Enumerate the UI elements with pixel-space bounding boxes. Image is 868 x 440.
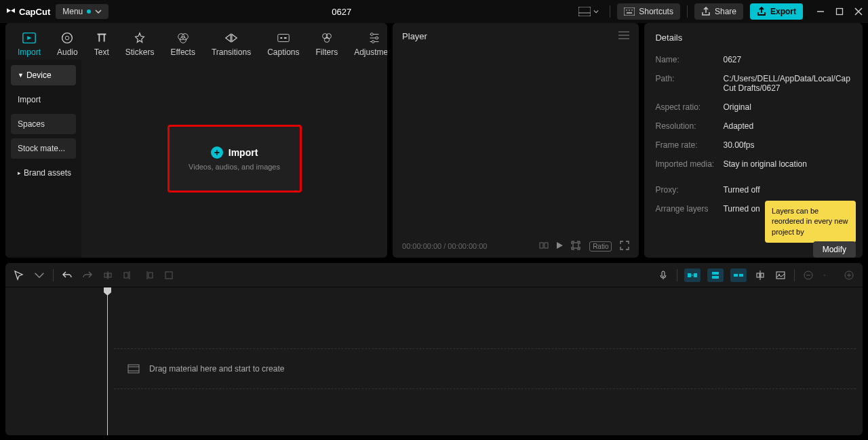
film-icon: [127, 364, 140, 374]
share-icon: [701, 7, 711, 16]
split-button[interactable]: [101, 268, 115, 282]
svg-rect-31: [545, 243, 548, 248]
preview-axis-button[interactable]: [753, 268, 767, 282]
empty-track[interactable]: Drag material here and start to create: [114, 348, 856, 389]
titlebar-right: Shortcuts Share Export: [574, 3, 863, 20]
svg-rect-61: [128, 365, 139, 373]
tab-captions[interactable]: Captions: [262, 28, 304, 60]
scale-button[interactable]: [570, 240, 581, 252]
cover-button[interactable]: [774, 268, 787, 282]
play-button[interactable]: [555, 241, 564, 251]
tab-filters[interactable]: Filters: [311, 28, 344, 60]
tab-transitions[interactable]: Transitions: [206, 28, 256, 60]
tab-label: Import: [18, 47, 41, 57]
divider: [794, 269, 795, 281]
menu-button[interactable]: Menu: [56, 4, 108, 19]
fullscreen-button[interactable]: [620, 241, 629, 252]
keyboard-icon: [624, 7, 635, 16]
magnet-track-button[interactable]: [707, 268, 724, 282]
svg-point-3: [626, 9, 627, 11]
tab-label: Adjustment: [354, 47, 387, 57]
pointer-dropdown[interactable]: [33, 268, 46, 282]
media-body: ▼Device Import Spaces Stock mate... ▸Bra…: [5, 60, 387, 258]
tab-label: Text: [94, 47, 109, 57]
delete-right-button[interactable]: [142, 268, 155, 282]
player-right-icons: Ratio: [570, 240, 629, 252]
svg-rect-48: [739, 274, 743, 277]
tab-label: Filters: [316, 47, 338, 57]
media-sidebar: ▼Device Import Spaces Stock mate... ▸Bra…: [5, 60, 81, 258]
adjustment-icon: [367, 31, 382, 45]
svg-point-26: [372, 41, 375, 43]
detail-row-imported: Imported media:Stay in original location: [655, 159, 852, 169]
svg-point-57: [824, 274, 826, 276]
minimize-button[interactable]: [816, 7, 825, 16]
timeline-panel: Drag material here and start to create: [5, 263, 863, 435]
audio-icon: [60, 31, 75, 45]
svg-rect-51: [761, 273, 764, 277]
tab-label: Captions: [267, 47, 299, 57]
divider: [53, 269, 54, 281]
details-panel: Details Name:0627 Path:C:/Users/DELL/App…: [644, 23, 863, 258]
tab-audio[interactable]: Audio: [52, 28, 83, 60]
pointer-tool[interactable]: [12, 268, 26, 282]
workspace: Import Audio Text Stickers Effects Trans…: [0, 23, 868, 258]
tab-text[interactable]: Text: [89, 28, 115, 60]
magnet-main-button[interactable]: [684, 268, 701, 282]
sidebar-item-device[interactable]: ▼Device: [11, 65, 76, 85]
close-button[interactable]: [854, 7, 863, 16]
detail-row-framerate: Frame rate:30.00fps: [655, 140, 852, 150]
window-controls: [816, 7, 863, 16]
filters-icon: [319, 31, 334, 45]
drag-hint: Drag material here and start to create: [114, 364, 856, 374]
export-icon: [757, 7, 766, 16]
player-title: Player: [402, 31, 427, 41]
redo-button[interactable]: [81, 268, 94, 282]
tab-label: Audio: [57, 47, 78, 57]
crop-button[interactable]: [162, 268, 176, 282]
drag-hint-text: Drag material here and start to create: [149, 364, 284, 374]
export-button[interactable]: Export: [750, 3, 803, 20]
shortcuts-button[interactable]: Shortcuts: [617, 3, 680, 20]
chevron-down-icon: [593, 9, 599, 14]
zoom-out-button[interactable]: [802, 268, 815, 282]
toolbar-left: [12, 268, 176, 282]
import-dropzone[interactable]: + Import Videos, audios, and images: [167, 125, 302, 193]
capcut-icon: [5, 6, 16, 17]
sidebar-item-spaces[interactable]: Spaces: [11, 114, 76, 134]
player-panel: Player 00:00:00:00 / 00:00:00:00 Ratio: [393, 23, 639, 258]
svg-rect-46: [712, 276, 719, 279]
delete-left-button[interactable]: [121, 268, 135, 282]
maximize-button[interactable]: [835, 7, 844, 16]
tab-label: Stickers: [125, 47, 155, 57]
ratio-button[interactable]: Ratio: [589, 241, 612, 252]
share-button[interactable]: Share: [694, 3, 743, 20]
sidebar-item-import[interactable]: Import: [11, 89, 76, 110]
linkage-button[interactable]: [730, 268, 747, 282]
tab-effects[interactable]: Effects: [165, 28, 200, 60]
svg-point-4: [629, 9, 630, 11]
zoom-in-button[interactable]: [842, 268, 856, 282]
import-icon: [22, 31, 37, 45]
svg-rect-43: [694, 273, 697, 277]
playhead[interactable]: [107, 287, 108, 435]
undo-button[interactable]: [60, 268, 74, 282]
sidebar-item-stock[interactable]: Stock mate...: [11, 138, 76, 159]
layout-button[interactable]: [574, 4, 603, 19]
export-label: Export: [770, 7, 796, 16]
svg-rect-36: [124, 273, 128, 278]
stickers-icon: [132, 31, 147, 45]
tab-adjustment[interactable]: Adjustment: [349, 28, 387, 60]
timeline-tracks[interactable]: Drag material here and start to create: [5, 287, 863, 435]
compare-button[interactable]: [539, 241, 549, 252]
zoom-slider[interactable]: [822, 268, 835, 282]
player-menu-button[interactable]: [618, 31, 629, 41]
tab-label: Effects: [170, 47, 195, 57]
modify-button[interactable]: Modify: [813, 241, 856, 258]
player-viewport[interactable]: [393, 49, 639, 235]
tab-import[interactable]: Import: [12, 28, 46, 60]
svg-rect-15: [278, 35, 290, 42]
tab-stickers[interactable]: Stickers: [120, 28, 160, 60]
voiceover-button[interactable]: [656, 268, 670, 282]
sidebar-item-brand[interactable]: ▸Brand assets: [11, 163, 76, 183]
